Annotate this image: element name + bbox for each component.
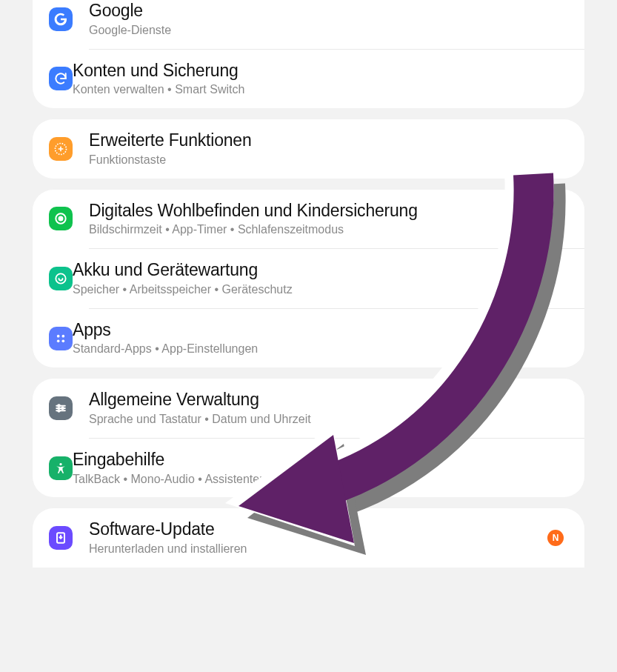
settings-group: Allgemeine Verwaltung Sprache und Tastat… [33, 379, 584, 497]
settings-item-apps[interactable]: Apps Standard-Apps • App-Einstellungen [89, 308, 584, 368]
accessibility-icon [49, 456, 73, 480]
svg-point-7 [62, 339, 65, 342]
item-title: Allgemeine Verwaltung [89, 389, 568, 410]
wellbeing-icon [49, 207, 73, 230]
settings-item-software-update[interactable]: Software-Update Herunterladen und instal… [33, 508, 584, 568]
settings-group: Software-Update Herunterladen und instal… [33, 508, 584, 568]
settings-item-google[interactable]: Google Google-Dienste [33, 0, 584, 49]
svg-point-2 [59, 217, 63, 221]
item-title: Apps [73, 319, 568, 341]
item-subtitle: Speicher • Arbeitsspeicher • Geräteschut… [73, 282, 568, 298]
item-subtitle: Sprache und Tastatur • Datum und Uhrzeit [89, 412, 568, 428]
settings-group: Digitales Wohlbefinden und Kindersicheru… [33, 190, 584, 368]
item-subtitle: Konten verwalten • Smart Switch [73, 82, 568, 98]
google-icon [49, 7, 73, 31]
settings-group: Erweiterte Funktionen Funktionstaste [33, 119, 584, 179]
item-title: Akku und Gerätewartung [73, 259, 568, 281]
plus-gear-icon [49, 137, 73, 161]
svg-point-6 [57, 339, 60, 342]
settings-group: Google Google-Dienste Konten und Sicheru… [33, 0, 584, 108]
notification-badge: N [547, 530, 564, 546]
item-title: Digitales Wohlbefinden und Kindersicheru… [89, 200, 568, 222]
item-title: Erweiterte Funktionen [89, 130, 568, 151]
svg-point-14 [59, 463, 61, 465]
settings-item-general-management[interactable]: Allgemeine Verwaltung Sprache und Tastat… [33, 379, 584, 438]
item-subtitle: Google-Dienste [89, 23, 568, 39]
item-title: Software-Update [89, 519, 547, 540]
item-subtitle: Standard-Apps • App-Einstellungen [73, 342, 568, 357]
item-subtitle: TalkBack • Mono-Audio • Assistentenmenü [73, 472, 568, 488]
item-subtitle: Bildschirmzeit • App-Timer • Schlafensze… [89, 222, 568, 238]
svg-point-11 [58, 405, 60, 407]
svg-point-12 [61, 407, 64, 410]
settings-item-advanced-features[interactable]: Erweiterte Funktionen Funktionstaste [33, 119, 584, 179]
download-icon [49, 526, 73, 550]
item-subtitle: Herunterladen und installieren [89, 542, 547, 557]
settings-item-battery-care[interactable]: Akku und Gerätewartung Speicher • Arbeit… [89, 248, 584, 308]
sliders-icon [49, 396, 73, 420]
item-title: Google [89, 0, 568, 21]
apps-icon [49, 327, 73, 350]
svg-point-13 [58, 410, 60, 412]
svg-point-3 [56, 273, 65, 283]
settings-item-accessibility[interactable]: Eingabehilfe TalkBack • Mono-Audio • Ass… [89, 438, 584, 498]
item-title: Konten und Sicherung [73, 60, 568, 81]
care-icon [49, 267, 73, 290]
settings-item-accounts-backup[interactable]: Konten und Sicherung Konten verwalten • … [89, 49, 584, 109]
svg-point-5 [62, 334, 65, 337]
svg-point-4 [57, 334, 60, 337]
settings-item-digital-wellbeing[interactable]: Digitales Wohlbefinden und Kindersicheru… [33, 190, 584, 249]
item-subtitle: Funktionstaste [89, 153, 568, 168]
sync-icon [49, 67, 73, 90]
item-title: Eingabehilfe [73, 449, 568, 470]
